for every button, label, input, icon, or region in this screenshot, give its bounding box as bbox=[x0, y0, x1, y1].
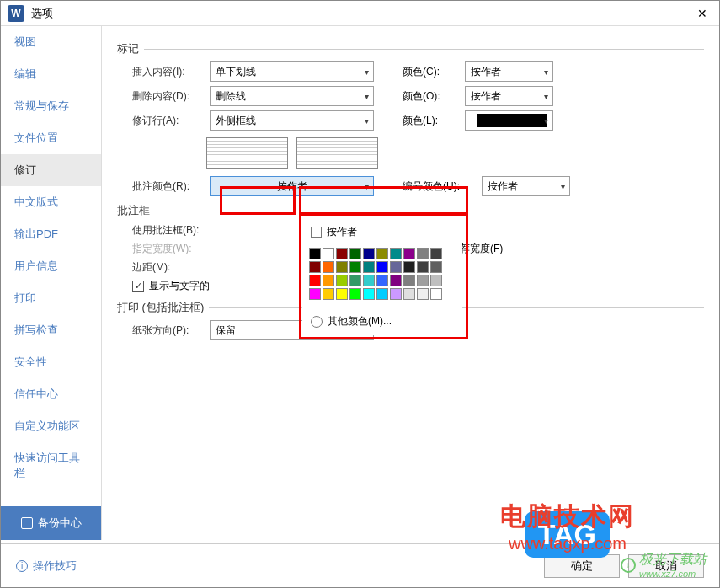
popup-byauthor-row[interactable]: 按作者 bbox=[307, 222, 457, 246]
color-swatch[interactable] bbox=[349, 288, 361, 300]
preview-right bbox=[296, 137, 378, 169]
color-swatch[interactable] bbox=[430, 261, 442, 273]
color-swatch[interactable] bbox=[390, 275, 402, 286]
color-swatch[interactable] bbox=[376, 261, 388, 273]
color-swatch[interactable] bbox=[336, 275, 348, 286]
color-swatch[interactable] bbox=[349, 261, 361, 273]
insert-combo[interactable]: 单下划线 bbox=[210, 61, 374, 82]
info-icon: i bbox=[16, 560, 28, 572]
margin-label: 边距(M): bbox=[132, 260, 206, 275]
color-swatch[interactable] bbox=[390, 288, 402, 300]
color-swatch[interactable] bbox=[349, 275, 361, 286]
color-o-combo[interactable]: 按作者 bbox=[465, 86, 553, 106]
color-swatch[interactable] bbox=[309, 261, 321, 273]
delete-combo[interactable]: 删除线 bbox=[210, 86, 374, 106]
titlebar: W 选项 ✕ bbox=[1, 1, 719, 26]
app-icon: W bbox=[8, 5, 24, 22]
annot-color-label: 批注颜色(R): bbox=[132, 179, 206, 194]
sidebar-item-userinfo[interactable]: 用户信息 bbox=[1, 250, 101, 282]
line-label: 修订行(A): bbox=[132, 114, 206, 128]
sidebar-item-spell[interactable]: 拼写检查 bbox=[1, 314, 101, 346]
sidebar-item-filelocation[interactable]: 文件位置 bbox=[1, 122, 101, 154]
color-l-label: 颜色(L): bbox=[403, 114, 461, 128]
tips-link[interactable]: i 操作技巧 bbox=[16, 559, 77, 574]
more-colors-row[interactable]: 其他颜色(M)... bbox=[307, 307, 457, 330]
color-swatch[interactable] bbox=[403, 248, 415, 259]
window-title: 选项 bbox=[31, 6, 685, 21]
section-mark: 标记 bbox=[117, 41, 704, 56]
backup-center-button[interactable]: 备份中心 bbox=[1, 506, 101, 540]
sidebar-item-view[interactable]: 视图 bbox=[1, 26, 101, 58]
use-frame-label: 使用批注框(B): bbox=[132, 223, 216, 238]
sidebar-item-chinese[interactable]: 中文版式 bbox=[1, 186, 101, 218]
sidebar-item-revision[interactable]: 修订 bbox=[1, 154, 101, 186]
color-swatch[interactable] bbox=[336, 261, 348, 273]
color-swatch[interactable] bbox=[309, 248, 321, 259]
insert-label: 插入内容(I): bbox=[132, 65, 206, 79]
color-swatch[interactable] bbox=[323, 261, 334, 273]
color-swatch[interactable] bbox=[363, 248, 375, 259]
color-swatch[interactable] bbox=[363, 261, 375, 273]
fixed-width-label: 指定宽度(W): bbox=[132, 242, 216, 256]
content-panel: 标记 插入内容(I): 单下划线 颜色(C): 按作者 删除内容(D): 删除线… bbox=[102, 26, 719, 540]
color-swatch[interactable] bbox=[376, 248, 388, 259]
annot-color-combo[interactable]: 按作者 bbox=[210, 176, 374, 196]
color-swatch[interactable] bbox=[349, 248, 361, 259]
color-swatch[interactable] bbox=[376, 275, 388, 286]
color-swatch[interactable] bbox=[417, 275, 429, 286]
black-swatch bbox=[477, 114, 547, 127]
color-swatch[interactable] bbox=[309, 288, 321, 300]
sidebar-item-trust[interactable]: 信任中心 bbox=[1, 378, 101, 410]
color-swatch[interactable] bbox=[390, 248, 402, 259]
backup-label: 备份中心 bbox=[38, 516, 82, 531]
sidebar-item-edit[interactable]: 编辑 bbox=[1, 58, 101, 90]
color-swatch[interactable] bbox=[336, 248, 348, 259]
color-o-label: 颜色(O): bbox=[403, 89, 461, 104]
sidebar-item-customribbon[interactable]: 自定义功能区 bbox=[1, 410, 101, 442]
color-swatch[interactable] bbox=[336, 288, 348, 300]
sidebar-item-security[interactable]: 安全性 bbox=[1, 346, 101, 378]
color-swatch[interactable] bbox=[417, 288, 429, 300]
num-color-combo[interactable]: 按作者 bbox=[482, 176, 570, 196]
palette-icon bbox=[311, 316, 323, 328]
preview-left bbox=[206, 137, 288, 169]
watermark-tagxp: 电脑技术网 www.tagxp.com bbox=[500, 500, 635, 553]
color-swatch[interactable] bbox=[363, 288, 375, 300]
main-area: 视图 编辑 常规与保存 文件位置 修订 中文版式 输出PDF 用户信息 打印 拼… bbox=[1, 26, 719, 540]
color-palette bbox=[307, 246, 457, 302]
color-swatch[interactable] bbox=[363, 275, 375, 286]
color-l-combo[interactable] bbox=[465, 110, 553, 131]
color-swatch[interactable] bbox=[403, 261, 415, 273]
preview-area bbox=[206, 137, 704, 169]
color-swatch[interactable] bbox=[376, 288, 388, 300]
close-icon[interactable]: ✕ bbox=[685, 1, 719, 26]
checkbox-icon: ✓ bbox=[132, 281, 144, 292]
num-color-label: 编号颜色(U): bbox=[403, 179, 478, 194]
color-swatch[interactable] bbox=[430, 288, 442, 300]
checkbox-icon bbox=[311, 227, 322, 238]
color-swatch[interactable] bbox=[390, 261, 402, 273]
color-swatch[interactable] bbox=[403, 288, 415, 300]
sidebar: 视图 编辑 常规与保存 文件位置 修订 中文版式 输出PDF 用户信息 打印 拼… bbox=[1, 26, 102, 540]
sidebar-item-general[interactable]: 常规与保存 bbox=[1, 90, 101, 122]
delete-label: 删除内容(D): bbox=[132, 89, 206, 104]
paper-dir-label: 纸张方向(P): bbox=[132, 323, 206, 338]
color-c-combo[interactable]: 按作者 bbox=[465, 61, 553, 82]
color-swatch[interactable] bbox=[430, 248, 442, 259]
show-with-text-check[interactable]: ✓ 显示与文字的 bbox=[132, 279, 210, 293]
color-swatch[interactable] bbox=[309, 275, 321, 286]
color-c-label: 颜色(C): bbox=[403, 65, 461, 79]
line-combo[interactable]: 外侧框线 bbox=[210, 110, 374, 131]
sidebar-item-print[interactable]: 打印 bbox=[1, 282, 101, 314]
color-swatch[interactable] bbox=[403, 275, 415, 286]
backup-icon bbox=[21, 517, 33, 529]
color-swatch[interactable] bbox=[323, 275, 334, 286]
color-swatch[interactable] bbox=[323, 248, 334, 259]
sidebar-item-qat[interactable]: 快速访问工具栏 bbox=[1, 442, 101, 489]
color-swatch[interactable] bbox=[323, 288, 334, 300]
watermark-xz7: ↓ 极光下载站 www.xz7.com bbox=[621, 551, 707, 579]
color-swatch[interactable] bbox=[430, 275, 442, 286]
color-swatch[interactable] bbox=[417, 248, 429, 259]
color-swatch[interactable] bbox=[417, 261, 429, 273]
sidebar-item-pdf[interactable]: 输出PDF bbox=[1, 218, 101, 250]
